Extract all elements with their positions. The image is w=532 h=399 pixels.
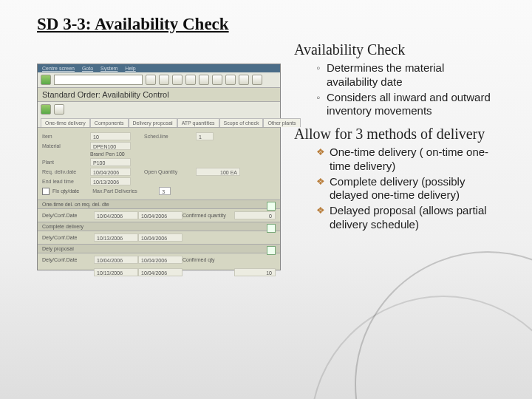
cell: Dely/Conf.Date xyxy=(42,257,94,262)
cell: 10/13/2006 xyxy=(94,268,138,276)
tab-strip: One-time delivery Components Delivery pr… xyxy=(38,117,280,128)
tab: One-time delivery xyxy=(41,118,90,127)
cell: Confirmed quantity xyxy=(183,213,234,218)
cell: 10/04/2006 xyxy=(138,211,183,219)
toolbar-icon xyxy=(54,104,64,115)
value: P100 xyxy=(90,158,131,166)
cell: 10/04/2006 xyxy=(138,233,183,242)
section-label: Dely proposal xyxy=(42,246,74,251)
cell: 10/04/2006 xyxy=(94,256,138,264)
cell: 10 xyxy=(234,268,276,276)
tab: ATP quantities xyxy=(177,118,219,127)
bullet: One-time delivery ( on-time one-time del… xyxy=(316,146,495,174)
bullet-list: One-time delivery ( on-time one-time del… xyxy=(316,146,495,232)
label: Material xyxy=(42,143,90,149)
toolbar-icon xyxy=(225,75,236,85)
label: Max.Part Deliveries xyxy=(92,188,159,194)
toolbar-icon xyxy=(252,75,262,85)
tab: Other plants xyxy=(263,118,300,127)
bullet: Complete delivery (possibly delayed one-… xyxy=(316,175,495,203)
tab: Components xyxy=(90,118,129,127)
screen-heading: Standard Order: Availability Control xyxy=(38,88,280,102)
bullet: Considers all inward and outward invento… xyxy=(316,91,495,119)
bg-circle xyxy=(310,296,532,399)
form-area: Item 10 Sched.line 1 Material DPEN100 Br… xyxy=(38,128,280,200)
toolbar-icon xyxy=(146,75,156,85)
toolbar-icon xyxy=(199,75,209,85)
subheading: Availability Check xyxy=(294,41,495,58)
value: 10/13/2006 xyxy=(90,177,131,185)
data-row: Dely/Conf.Date 10/04/2006 10/04/2006 Con… xyxy=(38,209,280,222)
check-icon xyxy=(267,202,276,211)
toolbar-icon xyxy=(212,75,222,85)
toolbar-icon xyxy=(159,75,169,85)
sap-toolbar xyxy=(38,72,280,88)
sap-toolbar-2 xyxy=(38,102,280,117)
section-head: Complete delivery xyxy=(38,222,280,231)
check-icon xyxy=(267,224,276,233)
value: Brand Pen 100 xyxy=(90,151,125,157)
toolbar-icon xyxy=(185,75,196,85)
toolbar-icon xyxy=(172,75,183,85)
toolbar-icon xyxy=(239,75,249,85)
cell: 10/04/2006 xyxy=(94,211,138,219)
menu-item: System xyxy=(100,66,117,71)
tab: Delivery proposal xyxy=(129,118,177,127)
section-head: One-time del. on req. del. dte xyxy=(38,200,280,209)
data-row: Dely/Conf.Date 10/04/2006 10/04/2006 Con… xyxy=(38,253,280,266)
cell: Dely/Conf.Date xyxy=(42,213,94,218)
ok-icon xyxy=(41,75,51,85)
label: Open Quantity xyxy=(144,169,196,174)
slide: SD 3-3: Availability Check Centre screen… xyxy=(0,0,532,285)
text-column: Availability Check Determines the materi… xyxy=(288,41,495,270)
menu-item: Goto xyxy=(82,66,93,71)
bullet: Determines the material availability dat… xyxy=(316,61,495,89)
label: Fix qty/date xyxy=(52,188,79,194)
cell: 10/04/2006 xyxy=(138,256,183,264)
checkbox-icon xyxy=(42,188,50,195)
tab: Scope of check xyxy=(219,118,264,127)
value: 3 xyxy=(159,187,171,195)
slide-title: SD 3-3: Availability Check xyxy=(37,15,495,34)
cell: 10/13/2006 xyxy=(94,233,138,242)
sap-menubar: Centre screen Goto System Help xyxy=(38,64,280,72)
menu-item: Help xyxy=(125,66,135,71)
value: DPEN100 xyxy=(90,142,131,150)
bullet-list: Determines the material availability dat… xyxy=(316,61,495,118)
label: Plant xyxy=(42,160,90,165)
section-head: Dely proposal xyxy=(38,244,280,253)
value: 100 EA xyxy=(196,168,240,176)
value: 10 xyxy=(90,132,131,140)
menu-item: Centre screen xyxy=(42,66,75,71)
label: Sched.line xyxy=(144,134,196,139)
value: 1 xyxy=(196,132,214,140)
section-label: Complete delivery xyxy=(42,224,83,229)
cell: Dely/Conf.Date xyxy=(42,235,94,240)
cell: 10/04/2006 xyxy=(138,268,183,276)
label: Item xyxy=(42,134,90,139)
bullet: Delayed proposal (allows partial deliver… xyxy=(316,204,495,232)
sap-screenshot: Centre screen Goto System Help xyxy=(37,41,281,270)
data-row: Dely/Conf.Date 10/13/2006 10/04/2006 xyxy=(38,231,280,244)
cell: Confirmed qty xyxy=(183,257,234,262)
section-label: One-time del. on req. del. dte xyxy=(42,202,109,207)
cell: 0 xyxy=(234,211,276,219)
value: 10/04/2006 xyxy=(90,168,131,176)
label: End lead time xyxy=(42,179,90,184)
check-icon xyxy=(267,246,276,255)
subheading: Allow for 3 methods of delivery xyxy=(294,126,495,143)
data-row: 10/13/2006 10/04/2006 10 xyxy=(38,266,280,279)
toolbar-icon xyxy=(41,104,51,115)
command-field xyxy=(54,75,143,85)
label: Req. deliv.date xyxy=(42,169,90,174)
